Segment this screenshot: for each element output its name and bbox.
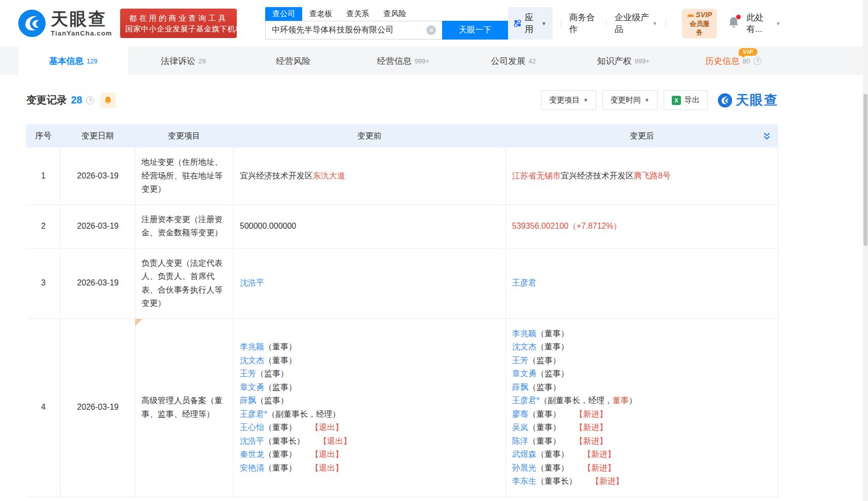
table-row: 32026-03-19负责人变更（法定代表人、负责人、首席代表、合伙事务执行人等…	[26, 248, 778, 319]
text-segment: 【新进】	[591, 477, 624, 485]
person-link[interactable]: 陈洋	[512, 437, 528, 445]
cell-line: 王芳（监事）	[512, 354, 772, 368]
vip-badge: VIP	[739, 48, 757, 56]
person-link[interactable]: 王心怡	[240, 423, 264, 432]
scrollbar[interactable]	[863, 0, 868, 501]
cell-line: 吴岚（董事）【新进】	[512, 421, 772, 435]
change-item-cell: 负责人变更（法定代表人、负责人、首席代表、合伙事务执行人等变更）	[135, 248, 233, 318]
table-row: 12026-03-19地址变更（住所地址、经营场所、驻在地址等变更）宜兴经济技术…	[26, 148, 778, 205]
chevron-down-icon: ▼	[776, 21, 781, 26]
search-type-tab[interactable]: 查老板	[302, 7, 339, 21]
cell-line: 薛飘（监事）	[240, 394, 499, 408]
text-segment: （监事）	[256, 396, 288, 405]
subscribe-bell-button[interactable]	[100, 93, 116, 108]
person-link[interactable]: 薛飘	[240, 396, 256, 405]
person-link[interactable]: 王芳	[512, 356, 528, 365]
text-segment: （董事）	[264, 423, 297, 432]
notification-bell[interactable]	[728, 16, 739, 30]
person-link[interactable]: 沈文杰	[512, 342, 536, 351]
section-count: 28	[71, 94, 82, 106]
cell-line: 王彦君	[512, 276, 772, 290]
person-link[interactable]: 王彦君*	[512, 396, 539, 405]
change-item-filter-button[interactable]: 变更项目 ▼	[541, 90, 596, 110]
person-link[interactable]: 章文勇	[240, 383, 264, 391]
cell-line: 王芳（监事）	[240, 367, 499, 381]
person-link[interactable]: 秦世龙	[240, 450, 264, 458]
person-link[interactable]: 孙晨光	[512, 463, 536, 472]
search-input[interactable]	[265, 21, 442, 40]
collapse-all-icon[interactable]	[763, 132, 771, 140]
person-link[interactable]: 吴岚	[512, 423, 528, 432]
person-link[interactable]: 王彦君*	[240, 410, 267, 418]
text-segment: 江苏省无锡市	[512, 171, 561, 180]
change-after-cell: 江苏省无锡市宜兴经济技术开发区腾飞路8号	[505, 148, 778, 204]
tianyancha-logo[interactable]: 天眼查 TianYanCha.com	[18, 10, 112, 37]
person-link[interactable]: 廖骞	[512, 410, 528, 418]
text-segment: 东氿大道	[313, 171, 345, 180]
export-button[interactable]: X 导出	[664, 90, 708, 110]
top-header: 天眼查 TianYanCha.com 都在用的商业查询工具 国家中小企业发展子基…	[0, 0, 868, 47]
nav-tab[interactable]: 公司发展42	[458, 47, 568, 75]
person-link[interactable]: 李东生	[512, 477, 536, 485]
text-segment: （董事）	[528, 437, 561, 445]
person-link[interactable]: 王芳	[240, 369, 256, 378]
cell-line: 539356.002100（+7.8712%）	[512, 220, 772, 233]
search-type-tabs: 查公司查老板查关系查风险	[265, 7, 508, 21]
text-segment: 500000.000000	[240, 222, 296, 230]
bell-icon	[104, 96, 112, 104]
change-before-cell: 宜兴经济技术开发区东氿大道	[233, 148, 505, 204]
nav-tab[interactable]: 知识产权999+	[568, 47, 678, 75]
person-link[interactable]: 王彦君	[512, 278, 536, 287]
nav-tab[interactable]: 基本信息129	[18, 47, 128, 75]
column-header-no: 序号	[26, 131, 60, 141]
column-header-before: 变更前	[233, 131, 505, 141]
watermark-logo: 天眼查	[718, 91, 778, 109]
text-segment: （董事）	[536, 342, 569, 351]
search-type-tab[interactable]: 查关系	[339, 7, 376, 21]
cell-line: 李东生（董事长）【新进】	[512, 475, 772, 488]
text-segment: （董事）	[536, 450, 569, 458]
help-icon[interactable]: ?	[86, 96, 94, 104]
person-link[interactable]: 李兆颖	[240, 342, 264, 351]
search-type-tab[interactable]: 查公司	[265, 7, 302, 21]
column-header-date: 变更日期	[60, 131, 135, 141]
change-date-cell: 2026-03-19	[60, 319, 135, 496]
change-before-cell: 沈浩平	[233, 248, 505, 318]
help-icon[interactable]: ?	[753, 57, 762, 65]
person-link[interactable]: 薛飘	[512, 383, 528, 391]
person-link[interactable]: 安艳清	[240, 463, 264, 472]
text-segment: （董事）	[528, 410, 561, 418]
user-account-menu[interactable]: 此处有... ▼	[746, 12, 781, 35]
divider	[561, 19, 561, 27]
apps-menu[interactable]: 应用 ▼	[508, 7, 552, 40]
nav-tab-label: 基本信息	[49, 55, 84, 67]
nav-tab[interactable]: 经营风险	[238, 47, 348, 75]
text-segment: （董事）	[264, 463, 297, 472]
change-before-cell: 500000.000000	[233, 205, 505, 248]
person-link[interactable]: 沈浩平	[240, 437, 264, 445]
person-link[interactable]: 沈文杰	[240, 356, 264, 365]
text-segment: 【退出】	[311, 463, 343, 472]
scrollbar-thumb[interactable]	[863, 94, 867, 246]
search-type-tab[interactable]: 查风险	[376, 7, 413, 21]
notification-dot	[736, 15, 741, 19]
nav-tab[interactable]: 法律诉讼29	[128, 47, 238, 75]
cell-line: 廖骞（董事）【新进】	[512, 408, 772, 421]
text-segment: （董事长）	[536, 477, 577, 485]
cell-line: 章文勇（监事）	[512, 367, 772, 381]
change-time-filter-button[interactable]: 变更时间 ▼	[602, 90, 658, 110]
table-body: 12026-03-19地址变更（住所地址、经营场所、驻在地址等变更）宜兴经济技术…	[26, 148, 778, 497]
svip-membership-badge[interactable]: SVIP 会员服务	[682, 9, 717, 39]
column-header-item: 变更项目	[135, 131, 233, 141]
nav-tab[interactable]: 经营信息999+	[348, 47, 458, 75]
text-segment: 董事	[612, 396, 629, 405]
person-link[interactable]: 李兆颖	[512, 329, 536, 338]
enterprise-products-link[interactable]: 企业级产品 ▼	[614, 12, 657, 35]
search-button[interactable]: 天眼一下	[442, 21, 508, 40]
person-link[interactable]: 章文勇	[512, 369, 536, 378]
text-segment: （监事）	[528, 383, 561, 391]
business-cooperation-link[interactable]: 商务合作	[569, 12, 598, 35]
nav-tab[interactable]: 历史信息80VIP?	[678, 47, 788, 75]
person-link[interactable]: 武煜森	[512, 450, 536, 458]
person-link[interactable]: 沈浩平	[240, 278, 264, 287]
